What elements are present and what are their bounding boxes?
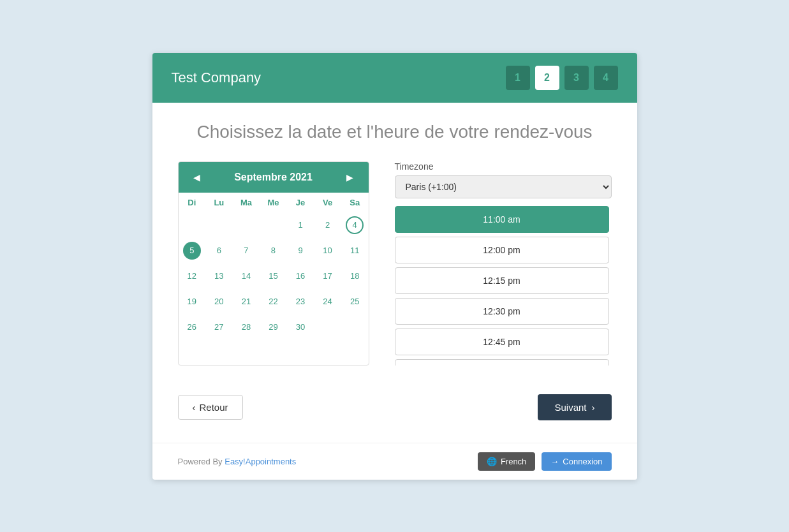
calendar-row: 5 6 7 8 9 10 11 — [179, 238, 369, 263]
day-cell[interactable]: 22 — [260, 289, 287, 314]
day-cell[interactable]: 10 — [314, 238, 341, 263]
day-cell[interactable]: 8 — [260, 238, 287, 263]
back-label: Retour — [200, 402, 228, 413]
next-label: Suivant — [554, 402, 586, 413]
page-title: Choisissez la date et l'heure de votre r… — [178, 122, 612, 142]
empty-cell — [314, 314, 341, 340]
header: Test Company 1 2 3 4 — [152, 53, 637, 103]
time-slot-1200pm[interactable]: 12:00 pm — [395, 237, 609, 263]
content-area: Choisissez la date et l'heure de votre r… — [152, 103, 637, 443]
day-cell[interactable]: 19 — [179, 289, 206, 314]
powered-by-text: Powered By — [178, 457, 223, 466]
chevron-left-icon: ‹ — [193, 402, 196, 413]
footer-actions: 🌐 French → Connexion — [478, 452, 612, 471]
step-4-indicator[interactable]: 4 — [594, 66, 618, 90]
timezone-select[interactable]: Paris (+1:00) London (+0:00) New York (-… — [395, 175, 612, 198]
next-month-button[interactable]: ▶ — [341, 170, 358, 185]
day-cell[interactable]: 17 — [314, 263, 341, 289]
easy-appointments-link[interactable]: Easy!Appointments — [225, 457, 296, 466]
weekday-sa: Sa — [341, 193, 369, 212]
powered-by: Powered By Easy!Appointments — [178, 457, 297, 466]
day-cell[interactable]: 11 — [341, 238, 369, 263]
time-slot-1230pm[interactable]: 12:30 pm — [395, 298, 609, 325]
day-cell[interactable]: 26 — [179, 314, 206, 340]
empty-cell — [233, 212, 260, 238]
chevron-right-icon: › — [592, 402, 595, 413]
calendar-row: 1 2 4 — [179, 212, 369, 238]
language-icon: 🌐 — [487, 457, 497, 466]
day-cell[interactable]: 27 — [205, 314, 233, 340]
step-3-indicator[interactable]: 3 — [564, 66, 589, 90]
day-cell[interactable]: 9 — [287, 238, 314, 263]
day-cell[interactable]: 24 — [314, 289, 341, 314]
day-cell[interactable]: 2 — [314, 212, 341, 238]
back-button[interactable]: ‹ Retour — [178, 395, 243, 420]
footer: Powered By Easy!Appointments 🌐 French → … — [152, 443, 637, 480]
calendar-row: 26 27 28 29 30 — [179, 314, 369, 340]
calendar-month-label: Septembre 2021 — [234, 172, 313, 183]
company-title: Test Company — [172, 70, 262, 86]
time-area: Timezone Paris (+1:00) London (+0:00) Ne… — [395, 161, 612, 366]
step-indicators: 1 2 3 4 — [506, 66, 618, 90]
calendar-grid: Di Lu Ma Me Je Ve Sa — [179, 193, 369, 340]
login-icon: → — [550, 457, 559, 466]
day-cell[interactable]: 28 — [233, 314, 260, 340]
day-cell[interactable]: 30 — [287, 314, 314, 340]
time-slot-1245pm[interactable]: 12:45 pm — [395, 329, 609, 355]
day-cell-selected[interactable]: 5 — [179, 238, 206, 263]
weekday-lu: Lu — [205, 193, 233, 212]
day-cell[interactable]: 15 — [260, 263, 287, 289]
time-slots-container: 11:00 am 12:00 pm 12:15 pm 12:30 pm 12:4… — [395, 206, 612, 366]
booking-modal: Test Company 1 2 3 4 Choisissez la date … — [152, 53, 637, 480]
weekday-me: Me — [260, 193, 287, 212]
day-cell[interactable]: 21 — [233, 289, 260, 314]
bottom-nav: ‹ Retour Suivant › — [178, 385, 612, 430]
day-cell[interactable]: 12 — [179, 263, 206, 289]
prev-month-button[interactable]: ◀ — [188, 170, 205, 185]
calendar-header: ◀ Septembre 2021 ▶ — [179, 162, 369, 193]
time-slot-100pm[interactable]: 1:00 pm — [395, 359, 609, 366]
empty-cell — [260, 212, 287, 238]
time-slot-1100am[interactable]: 11:00 am — [395, 206, 609, 233]
timezone-label: Timezone — [395, 161, 612, 172]
day-cell[interactable]: 1 — [287, 212, 314, 238]
day-cell[interactable]: 13 — [205, 263, 233, 289]
weekday-ma: Ma — [233, 193, 260, 212]
day-cell[interactable]: 4 — [341, 212, 369, 238]
day-cell[interactable]: 20 — [205, 289, 233, 314]
day-cell[interactable]: 29 — [260, 314, 287, 340]
day-cell[interactable]: 23 — [287, 289, 314, 314]
step-1-indicator[interactable]: 1 — [506, 66, 530, 90]
day-cell[interactable]: 16 — [287, 263, 314, 289]
connexion-label: Connexion — [563, 457, 602, 466]
day-cell[interactable]: 7 — [233, 238, 260, 263]
time-slot-1215pm[interactable]: 12:15 pm — [395, 267, 609, 294]
day-cell[interactable]: 6 — [205, 238, 233, 263]
login-button[interactable]: → Connexion — [542, 452, 611, 471]
weekday-je: Je — [287, 193, 314, 212]
day-cell[interactable]: 18 — [341, 263, 369, 289]
next-button[interactable]: Suivant › — [538, 394, 611, 420]
calendar-row: 19 20 21 22 23 24 25 — [179, 289, 369, 314]
empty-cell — [341, 314, 369, 340]
french-label: French — [501, 457, 526, 466]
weekday-di: Di — [179, 193, 206, 212]
weekday-ve: Ve — [314, 193, 341, 212]
day-cell[interactable]: 25 — [341, 289, 369, 314]
empty-cell — [179, 212, 206, 238]
day-cell[interactable]: 14 — [233, 263, 260, 289]
calendar: ◀ Septembre 2021 ▶ Di Lu Ma Me Je Ve Sa — [178, 161, 369, 366]
picker-area: ◀ Septembre 2021 ▶ Di Lu Ma Me Je Ve Sa — [178, 161, 612, 366]
empty-cell — [205, 212, 233, 238]
calendar-row: 12 13 14 15 16 17 18 — [179, 263, 369, 289]
step-2-indicator[interactable]: 2 — [535, 66, 559, 90]
language-button[interactable]: 🌐 French — [478, 452, 535, 471]
